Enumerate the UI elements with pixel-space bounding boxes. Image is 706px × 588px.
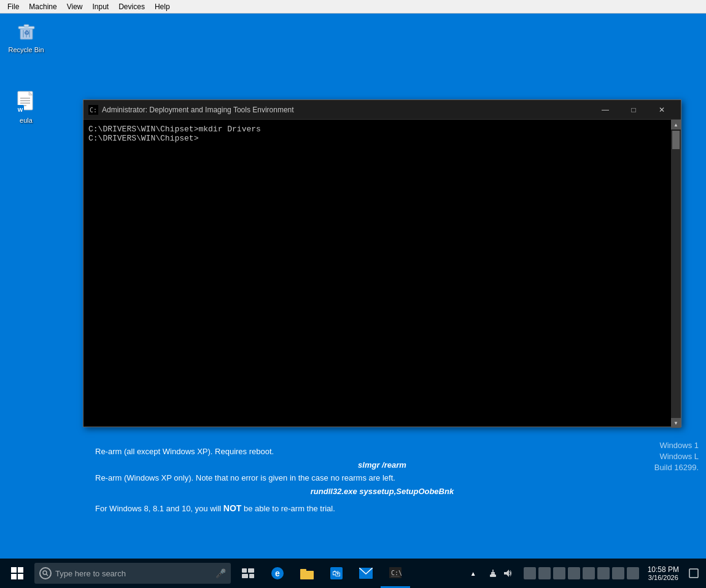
clock-date: 3/16/2026 — [648, 574, 678, 581]
tray-icon-3[interactable] — [553, 567, 565, 579]
task-view-button[interactable] — [233, 559, 263, 588]
svg-rect-20 — [18, 574, 23, 579]
svg-rect-17 — [11, 567, 17, 573]
menu-view[interactable]: View — [62, 1, 88, 12]
svg-rect-30 — [300, 569, 306, 572]
svg-rect-23 — [242, 568, 247, 573]
tray-icon-8[interactable] — [627, 567, 639, 579]
eula-label: eula — [20, 117, 33, 124]
scrollbar-track — [671, 131, 681, 418]
taskbar-tray-icons — [520, 559, 643, 588]
help-line3: Re-arm (Windows XP only). Note that no e… — [83, 472, 681, 484]
cmd-scrollbar[interactable]: ▲ ▼ — [671, 120, 681, 427]
svg-rect-25 — [242, 574, 248, 578]
system-icons — [481, 559, 520, 588]
svg-rect-39 — [492, 570, 494, 573]
svg-point-21 — [43, 571, 47, 574]
svg-text:C:\: C:\ — [391, 570, 401, 576]
search-placeholder: Type here to search — [55, 569, 215, 578]
tray-icon-7[interactable] — [612, 567, 624, 579]
tray-icon-5[interactable] — [583, 567, 595, 579]
mail-button[interactable] — [351, 559, 381, 588]
search-icon — [39, 567, 52, 579]
eula-icon[interactable]: W eula — [3, 87, 49, 126]
cmd-title: Administrator: Deployment and Imaging To… — [102, 106, 591, 114]
close-button[interactable]: ✕ — [648, 100, 676, 120]
svg-rect-26 — [249, 574, 254, 578]
scrollbar-thumb[interactable] — [672, 131, 680, 149]
minimize-button[interactable]: — — [591, 100, 619, 120]
start-button[interactable] — [2, 559, 32, 588]
svg-text:C:: C: — [90, 107, 97, 114]
cmd-content[interactable]: C:\DRIVERS\WIN\Chipset>mkdir Drivers C:\… — [83, 120, 681, 427]
svg-rect-24 — [248, 568, 254, 573]
menu-devices[interactable]: Devices — [114, 1, 150, 12]
cmd-line2: C:\DRIVERS\WIN\Chipset> — [88, 134, 676, 143]
menu-input[interactable]: Input — [88, 1, 114, 12]
taskbar: Type here to search 🎤 e 🛍 — [0, 559, 706, 588]
menu-machine[interactable]: Machine — [24, 1, 61, 12]
cmd-window: C: Administrator: Deployment and Imaging… — [83, 99, 681, 427]
svg-text:e: e — [275, 568, 280, 578]
menu-help[interactable]: Help — [150, 1, 175, 12]
help-line2: slmgr /rearm — [83, 459, 681, 471]
cmd-taskbar-button[interactable]: C:\ — [381, 559, 410, 588]
clock-area[interactable]: 10:58 PM 3/16/2026 — [643, 559, 684, 588]
cmd-line1: C:\DRIVERS\WIN\Chipset>mkdir Drivers — [88, 125, 676, 134]
svg-rect-18 — [18, 567, 23, 573]
network-icon[interactable] — [487, 567, 499, 579]
recycle-bin-label: Recycle Bin — [8, 46, 44, 53]
expand-tray-button[interactable]: ▲ — [466, 559, 481, 588]
menu-bar: File Machine View Input Devices Help — [0, 0, 706, 14]
taskbar-right: ▲ — [466, 559, 704, 588]
mic-icon[interactable]: 🎤 — [215, 568, 226, 578]
svg-rect-29 — [300, 571, 314, 579]
volume-icon[interactable] — [502, 567, 514, 579]
help-line4: rundll32.exe syssetup,SetupOobeBnk — [83, 485, 681, 498]
svg-text:🛍: 🛍 — [332, 568, 341, 578]
tray-icon-6[interactable] — [597, 567, 610, 579]
desktop: ♻ Recycle Bin W — [0, 14, 706, 559]
help-line1: Re-arm (all except Windows XP). Requires… — [83, 446, 681, 458]
scroll-down-arrow[interactable]: ▼ — [671, 418, 681, 428]
windows-watermark: Windows 1 Windows L Build 16299. — [654, 440, 699, 474]
menu-file[interactable]: File — [2, 1, 24, 12]
svg-rect-19 — [11, 574, 17, 579]
maximize-button[interactable]: □ — [619, 100, 648, 120]
cmd-titlebar: C: Administrator: Deployment and Imaging… — [83, 100, 681, 120]
tray-icon-2[interactable] — [538, 567, 551, 579]
help-line5: For Windows 8, 8.1 and 10, you will NOT … — [83, 502, 681, 515]
scroll-up-arrow[interactable]: ▲ — [671, 120, 681, 130]
edge-button[interactable]: e — [263, 559, 292, 588]
clock-time: 10:58 PM — [648, 565, 679, 574]
svg-text:♻: ♻ — [23, 29, 29, 36]
svg-line-22 — [47, 574, 48, 576]
notification-button[interactable] — [684, 559, 704, 588]
cmd-window-icon: C: — [88, 105, 98, 115]
store-button[interactable]: 🛍 — [322, 559, 351, 588]
svg-rect-2 — [24, 25, 29, 27]
search-area[interactable]: Type here to search 🎤 — [34, 563, 231, 584]
tray-icon-1[interactable] — [524, 567, 536, 579]
recycle-bin-icon[interactable]: ♻ Recycle Bin — [3, 17, 49, 56]
file-explorer-button[interactable] — [292, 559, 322, 588]
tray-icon-4[interactable] — [568, 567, 580, 579]
svg-marker-40 — [504, 570, 509, 577]
svg-text:W: W — [17, 107, 23, 113]
help-area: Re-arm (all except Windows XP). Requires… — [83, 438, 681, 522]
